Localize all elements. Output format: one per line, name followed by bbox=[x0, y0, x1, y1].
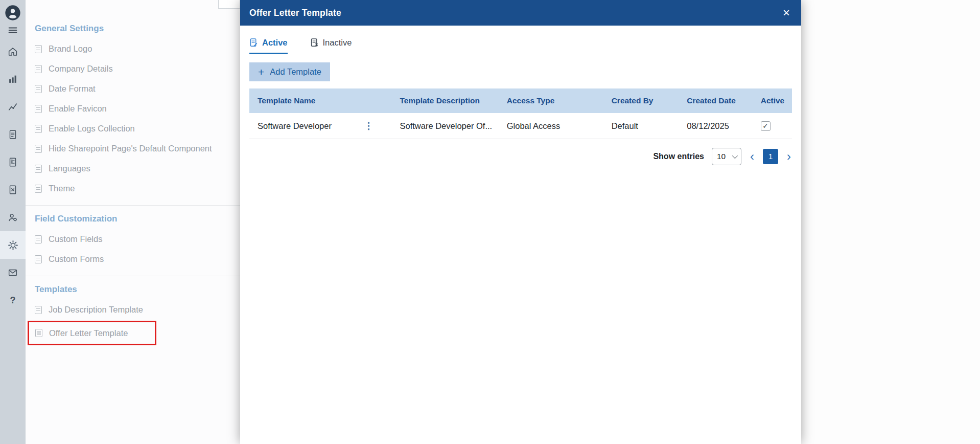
mail-icon bbox=[7, 267, 18, 278]
sidebar-item-help[interactable]: ? bbox=[0, 286, 26, 314]
settings-item-company-details[interactable]: Company Details bbox=[26, 59, 240, 79]
sidebar-item-documents[interactable] bbox=[0, 121, 26, 148]
section-title-templates: Templates bbox=[35, 284, 240, 295]
drawer-header: Offer Letter Template × bbox=[240, 0, 801, 26]
brand-logo-icon bbox=[35, 45, 42, 53]
tab-inactive[interactable]: Inactive bbox=[310, 38, 352, 54]
show-entries-label: Show entries bbox=[653, 152, 704, 161]
settings-item-label: Company Details bbox=[49, 64, 113, 74]
settings-item-label: Hide Sharepoint Page's Default Component bbox=[49, 144, 212, 153]
active-tab-icon bbox=[249, 38, 258, 48]
menu-button[interactable] bbox=[0, 23, 26, 38]
add-template-button[interactable]: + Add Template bbox=[249, 62, 330, 81]
form-icon bbox=[7, 157, 18, 168]
sidebar-item-dashboard[interactable] bbox=[0, 65, 26, 93]
close-icon[interactable]: × bbox=[781, 7, 792, 19]
settings-item-date-format[interactable]: Date Format bbox=[26, 79, 240, 99]
enable-logs-collection-icon bbox=[35, 125, 42, 133]
company-details-icon bbox=[35, 65, 42, 73]
languages-icon bbox=[35, 165, 42, 173]
tab-inactive-label: Inactive bbox=[323, 38, 352, 48]
page-size-select[interactable]: 10 bbox=[712, 148, 741, 165]
bar-chart-icon bbox=[7, 74, 18, 85]
check-icon: ✓ bbox=[762, 122, 768, 130]
app-root: ? General Settings Brand Logo Company De… bbox=[0, 0, 980, 444]
icon-sidebar: ? bbox=[0, 0, 26, 444]
cell-access-type: Global Access bbox=[501, 113, 605, 139]
template-table: Template Name Template Description Acces… bbox=[249, 88, 792, 139]
cell-template-name: Software Developer bbox=[258, 121, 332, 131]
section-divider bbox=[26, 205, 240, 206]
drawer-title: Offer Letter Template bbox=[249, 8, 341, 18]
settings-item-label: Offer Letter Template bbox=[49, 328, 128, 338]
settings-item-hide-sharepoint-default-component[interactable]: Hide Sharepoint Page's Default Component bbox=[26, 139, 240, 159]
inactive-tab-icon bbox=[310, 38, 319, 48]
enable-favicon-icon bbox=[35, 105, 42, 113]
cell-template-description: Software Developer Of... bbox=[394, 113, 501, 139]
table-row: Software Developer ⋮ Software Developer … bbox=[249, 113, 792, 139]
settings-item-custom-fields[interactable]: Custom Fields bbox=[26, 229, 240, 249]
settings-panel: General Settings Brand Logo Company Deta… bbox=[26, 0, 240, 444]
help-icon: ? bbox=[10, 295, 16, 306]
settings-item-label: Job Description Template bbox=[49, 305, 143, 315]
next-page-icon[interactable]: › bbox=[786, 150, 792, 163]
section-divider bbox=[26, 276, 240, 276]
offer-letter-template-icon bbox=[35, 329, 42, 337]
user-gear-icon bbox=[7, 212, 18, 223]
settings-item-label: Brand Logo bbox=[49, 44, 92, 54]
pagination-bar: Show entries 10 ‹ 1 › bbox=[249, 148, 792, 165]
column-template-description: Template Description bbox=[394, 88, 501, 113]
settings-item-label: Enable Favicon bbox=[49, 104, 107, 114]
section-title-field-customization: Field Customization bbox=[35, 214, 240, 224]
line-chart-icon bbox=[7, 101, 18, 113]
column-active: Active bbox=[755, 88, 792, 113]
settings-item-offer-letter-template[interactable]: Offer Letter Template bbox=[29, 322, 155, 344]
settings-item-custom-forms[interactable]: Custom Forms bbox=[26, 249, 240, 269]
chevron-down-icon bbox=[732, 153, 738, 159]
row-actions-kebab-icon[interactable]: ⋮ bbox=[364, 120, 374, 131]
section-title-general-settings: General Settings bbox=[35, 24, 240, 34]
sidebar-item-mail[interactable] bbox=[0, 259, 26, 286]
document-dismiss-icon bbox=[7, 184, 18, 195]
settings-gear-icon bbox=[7, 239, 19, 251]
tab-active[interactable]: Active bbox=[249, 38, 288, 54]
settings-item-label: Custom Fields bbox=[49, 234, 102, 244]
partial-background-field bbox=[218, 0, 240, 9]
sidebar-item-settings[interactable] bbox=[0, 231, 26, 259]
sidebar-item-forms[interactable] bbox=[0, 148, 26, 176]
settings-item-enable-favicon[interactable]: Enable Favicon bbox=[26, 99, 240, 119]
settings-item-languages[interactable]: Languages bbox=[26, 159, 240, 179]
sidebar-item-analytics[interactable] bbox=[0, 93, 26, 121]
custom-forms-icon bbox=[35, 255, 42, 263]
active-checkbox[interactable]: ✓ bbox=[761, 121, 771, 131]
settings-item-job-description-template[interactable]: Job Description Template bbox=[26, 300, 240, 320]
sidebar-item-document-remove[interactable] bbox=[0, 176, 26, 204]
user-avatar-icon bbox=[5, 5, 21, 21]
home-icon bbox=[7, 46, 18, 57]
cell-created-date: 08/12/2025 bbox=[681, 113, 754, 139]
red-highlight-box: Offer Letter Template bbox=[28, 321, 156, 345]
settings-item-enable-logs-collection[interactable]: Enable Logs Collection bbox=[26, 119, 240, 139]
sidebar-item-user-settings[interactable] bbox=[0, 204, 26, 231]
settings-item-brand-logo[interactable]: Brand Logo bbox=[26, 39, 240, 59]
settings-item-theme[interactable]: Theme bbox=[26, 179, 240, 198]
page-number-button[interactable]: 1 bbox=[763, 149, 778, 164]
column-access-type: Access Type bbox=[501, 88, 605, 113]
settings-item-label: Date Format bbox=[49, 84, 96, 94]
custom-fields-icon bbox=[35, 235, 42, 243]
document-icon bbox=[7, 129, 18, 140]
settings-item-label: Languages bbox=[49, 164, 90, 173]
settings-item-label: Enable Logs Collection bbox=[49, 124, 135, 134]
cell-created-by: Default bbox=[605, 113, 681, 139]
prev-page-icon[interactable]: ‹ bbox=[749, 150, 755, 163]
column-created-by: Created By bbox=[605, 88, 681, 113]
tab-active-label: Active bbox=[262, 38, 288, 48]
offer-letter-template-drawer: Offer Letter Template × Active Inactive bbox=[240, 0, 801, 444]
sidebar-item-home[interactable] bbox=[0, 38, 26, 65]
page-size-value: 10 bbox=[717, 152, 726, 161]
settings-item-label: Custom Forms bbox=[49, 254, 104, 264]
user-avatar[interactable] bbox=[0, 0, 26, 23]
column-template-name: Template Name bbox=[249, 88, 394, 113]
menu-icon bbox=[7, 25, 18, 36]
date-format-icon bbox=[35, 85, 42, 93]
